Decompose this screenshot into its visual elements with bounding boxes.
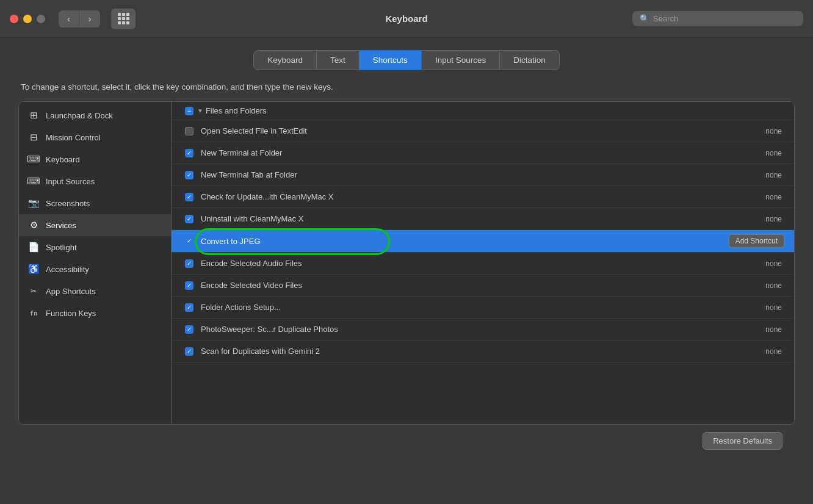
- close-button[interactable]: [10, 15, 18, 23]
- search-input[interactable]: [653, 14, 796, 23]
- bottom-bar: Restore Defaults: [18, 425, 795, 457]
- checkbox-area-0: [181, 127, 197, 135]
- shortcut-row-new-terminal[interactable]: New Terminal at Folder none: [172, 142, 794, 164]
- sidebar-label-spotlight: Spotlight: [46, 243, 77, 252]
- shortcut-value-8: none: [765, 303, 782, 312]
- sidebar-item-keyboard[interactable]: ⌨ Keyboard: [19, 148, 171, 170]
- keyboard-icon: ⌨: [27, 153, 40, 165]
- shortcut-value-10: none: [765, 347, 782, 356]
- sidebar-label-screenshots: Screenshots: [46, 199, 90, 208]
- screenshots-icon: 📷: [27, 197, 40, 209]
- titlebar: ‹ › Keyboard 🔍: [0, 0, 813, 38]
- shortcut-label-8: Folder Actions Setup...: [197, 303, 765, 312]
- shortcut-row-cleanmymac-update[interactable]: Check for Update...ith CleanMyMac X none: [172, 186, 794, 208]
- tab-input-sources[interactable]: Input Sources: [422, 50, 500, 70]
- shortcut-label-7: Encode Selected Video Files: [197, 281, 765, 290]
- add-shortcut-button[interactable]: Add Shortcut: [729, 234, 784, 248]
- shortcut-row-open-textedit[interactable]: Open Selected File in TextEdit none: [172, 120, 794, 142]
- section-checkbox[interactable]: [185, 107, 193, 115]
- sidebar-item-function-keys[interactable]: fn Function Keys: [19, 302, 171, 324]
- spotlight-icon: 📄: [27, 241, 40, 253]
- services-icon: ⚙: [27, 219, 40, 231]
- fullscreen-button[interactable]: [37, 15, 45, 23]
- checkbox-8[interactable]: [185, 303, 193, 312]
- sidebar-item-services[interactable]: ⚙ Services: [19, 214, 171, 236]
- checkbox-area-6: [181, 259, 197, 268]
- main-content: Keyboard Text Shortcuts Input Sources Di…: [0, 38, 813, 469]
- search-icon: 🔍: [640, 14, 649, 23]
- tab-bar: Keyboard Text Shortcuts Input Sources Di…: [18, 50, 795, 70]
- launchpad-icon: ⊞: [27, 109, 40, 121]
- checkbox-3[interactable]: [185, 193, 193, 201]
- shortcut-value-3: none: [765, 193, 782, 201]
- sidebar-label-function-keys: Function Keys: [46, 309, 96, 318]
- sidebar-item-screenshots[interactable]: 📷 Screenshots: [19, 192, 171, 214]
- back-button[interactable]: ‹: [59, 10, 79, 27]
- restore-defaults-button[interactable]: Restore Defaults: [703, 432, 782, 450]
- shortcut-row-encode-audio[interactable]: Encode Selected Audio Files none: [172, 253, 794, 275]
- sidebar-label-input-sources: Input Sources: [46, 177, 95, 186]
- checkbox-area-9: [181, 325, 197, 334]
- sidebar-label-keyboard: Keyboard: [46, 155, 80, 164]
- shortcut-label-2: New Terminal Tab at Folder: [197, 170, 765, 179]
- shortcut-row-encode-video[interactable]: Encode Selected Video Files none: [172, 275, 794, 297]
- search-bar[interactable]: 🔍: [632, 11, 803, 26]
- sidebar-label-launchpad: Launchpad & Dock: [46, 111, 113, 120]
- sidebar-item-app-shortcuts[interactable]: ✂ App Shortcuts: [19, 280, 171, 302]
- shortcut-value-7: none: [765, 281, 782, 290]
- shortcut-value-6: none: [765, 259, 782, 268]
- description-text: To change a shortcut, select it, click t…: [21, 82, 795, 92]
- shortcut-label-10: Scan for Duplicates with Gemini 2: [197, 347, 765, 356]
- checkbox-2[interactable]: [185, 171, 193, 179]
- sidebar-label-mission-control: Mission Control: [46, 133, 101, 142]
- shortcut-label-9: PhotoSweeper: Sc...r Duplicate Photos: [197, 325, 765, 334]
- sidebar-item-launchpad[interactable]: ⊞ Launchpad & Dock: [19, 104, 171, 126]
- forward-button[interactable]: ›: [79, 10, 100, 27]
- app-grid-button[interactable]: [111, 9, 136, 29]
- mission-control-icon: ⊟: [27, 131, 40, 143]
- shortcuts-panel: ▼ Files and Folders Open Selected File i…: [172, 102, 794, 424]
- section-checkbox-area: [181, 107, 197, 115]
- tab-text[interactable]: Text: [317, 50, 360, 70]
- checkbox-1[interactable]: [185, 149, 193, 157]
- tab-shortcuts[interactable]: Shortcuts: [360, 50, 422, 70]
- shortcut-row-folder-actions[interactable]: Folder Actions Setup... none: [172, 297, 794, 319]
- sidebar-label-services: Services: [46, 221, 76, 230]
- sidebar-item-accessibility[interactable]: ♿ Accessibility: [19, 258, 171, 280]
- window-title: Keyboard: [385, 13, 427, 24]
- shortcut-label-3: Check for Update...ith CleanMyMac X: [197, 192, 765, 201]
- convert-jpeg-wrapper: Convert to JPEG Add Shortcut: [172, 230, 794, 253]
- tab-dictation[interactable]: Dictation: [500, 50, 560, 70]
- checkbox-area-2: [181, 171, 197, 179]
- shortcut-row-photosweeper[interactable]: PhotoSweeper: Sc...r Duplicate Photos no…: [172, 319, 794, 340]
- input-sources-icon: ⌨: [27, 175, 40, 187]
- sidebar-item-input-sources[interactable]: ⌨ Input Sources: [19, 170, 171, 192]
- sidebar-item-mission-control[interactable]: ⊟ Mission Control: [19, 126, 171, 148]
- function-keys-icon: fn: [27, 307, 40, 319]
- shortcut-label-0: Open Selected File in TextEdit: [197, 126, 765, 135]
- shortcut-row-cleanmymac-uninstall[interactable]: Uninstall with CleanMyMac X none: [172, 208, 794, 230]
- shortcut-row-scan-duplicates[interactable]: Scan for Duplicates with Gemini 2 none: [172, 340, 794, 362]
- app-shortcuts-icon: ✂: [27, 285, 40, 297]
- shortcut-row-convert-jpeg[interactable]: Convert to JPEG Add Shortcut: [172, 230, 794, 253]
- checkbox-9[interactable]: [185, 325, 193, 334]
- checkbox-10[interactable]: [185, 347, 193, 356]
- expand-icon[interactable]: ▼: [197, 107, 203, 114]
- checkbox-7[interactable]: [185, 281, 193, 290]
- checkbox-5[interactable]: [185, 237, 193, 245]
- minimize-button[interactable]: [23, 15, 32, 23]
- checkbox-6[interactable]: [185, 259, 193, 268]
- checkbox-4[interactable]: [185, 215, 193, 223]
- traffic-lights: [10, 15, 45, 23]
- grid-icon: [118, 13, 129, 24]
- checkbox-area-10: [181, 347, 197, 356]
- shortcut-label-1: New Terminal at Folder: [197, 148, 765, 157]
- shortcut-value-0: none: [765, 127, 782, 135]
- content-area: ⊞ Launchpad & Dock ⊟ Mission Control ⌨ K…: [18, 101, 795, 425]
- checkbox-0[interactable]: [185, 127, 193, 135]
- shortcut-value-1: none: [765, 149, 782, 157]
- section-header-files-folders[interactable]: ▼ Files and Folders: [172, 102, 794, 120]
- tab-keyboard[interactable]: Keyboard: [253, 50, 317, 70]
- shortcut-row-new-terminal-tab[interactable]: New Terminal Tab at Folder none: [172, 164, 794, 186]
- sidebar-item-spotlight[interactable]: 📄 Spotlight: [19, 236, 171, 258]
